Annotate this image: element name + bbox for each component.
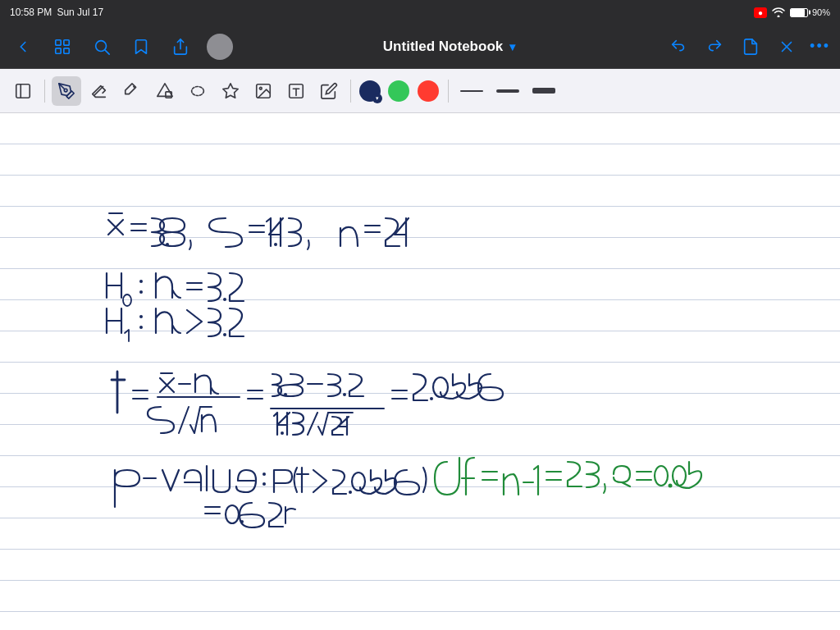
nav-bar: Untitled Notebook ▾ ••• (0, 25, 840, 69)
svg-rect-3 (64, 48, 69, 52)
svg-point-66 (226, 505, 239, 523)
notebook-area[interactable] (0, 113, 840, 630)
svg-point-37 (223, 333, 226, 336)
thick-stroke[interactable] (529, 80, 559, 102)
svg-rect-0 (56, 39, 61, 44)
svg-rect-2 (56, 48, 61, 52)
separator-2 (350, 80, 351, 103)
avatar[interactable] (207, 34, 233, 60)
status-bar: 10:58 PM Sun Jul 17 ● 90% (0, 0, 840, 25)
svg-line-5 (105, 50, 109, 54)
eraser-tool[interactable] (84, 76, 114, 106)
svg-line-43 (179, 407, 189, 433)
back-button[interactable] (10, 34, 36, 60)
red-color[interactable] (418, 80, 439, 102)
separator-3 (448, 80, 449, 103)
svg-point-56 (430, 397, 433, 400)
thin-stroke[interactable] (457, 80, 486, 102)
annotation-tool[interactable] (314, 76, 344, 106)
shapes-tool[interactable] (150, 76, 180, 106)
record-indicator: ● (754, 7, 767, 18)
svg-point-63 (352, 472, 365, 491)
text-tool[interactable] (281, 76, 311, 106)
svg-point-30 (139, 280, 143, 283)
notebook-title: Untitled Notebook (383, 39, 503, 55)
pen-tool[interactable] (52, 76, 81, 106)
svg-rect-1 (64, 39, 69, 44)
svg-point-60 (262, 472, 266, 476)
svg-point-34 (223, 298, 226, 301)
export-button[interactable] (737, 34, 764, 60)
lined-paper (0, 113, 840, 630)
undo-button[interactable] (665, 34, 692, 60)
highlighter-tool[interactable] (117, 76, 147, 106)
svg-point-62 (349, 491, 352, 494)
svg-line-52 (308, 413, 317, 435)
battery-percentage: 90% (812, 7, 830, 17)
date-display: Sun Jul 17 (57, 7, 103, 18)
toolbar: ▾ (0, 69, 840, 113)
status-left: 10:58 PM Sun Jul 17 (10, 7, 103, 18)
svg-point-16 (259, 87, 262, 89)
nav-center: Untitled Notebook ▾ (383, 39, 515, 55)
color-dropdown[interactable]: ▾ (359, 80, 381, 102)
svg-point-13 (192, 86, 204, 95)
svg-point-36 (139, 326, 143, 329)
svg-rect-9 (16, 84, 30, 98)
handwriting-canvas (0, 113, 840, 630)
nav-right: ••• (665, 34, 830, 60)
svg-point-35 (139, 315, 143, 318)
svg-point-61 (262, 482, 266, 486)
svg-point-77 (673, 466, 686, 486)
battery-indicator: 90% (790, 7, 830, 17)
more-options-button[interactable]: ••• (810, 38, 830, 55)
close-button[interactable] (774, 34, 800, 60)
share-button[interactable] (167, 34, 194, 60)
svg-point-51 (281, 431, 284, 435)
time-display: 10:58 PM (10, 7, 52, 18)
search-button[interactable] (89, 34, 115, 60)
green-color[interactable] (388, 80, 409, 102)
svg-marker-14 (223, 83, 238, 97)
grid-button[interactable] (49, 34, 75, 60)
separator-1 (44, 80, 45, 103)
svg-point-49 (343, 393, 346, 396)
svg-point-76 (669, 484, 673, 488)
dropdown-chevron[interactable]: ▾ (509, 40, 515, 53)
medium-stroke[interactable] (493, 80, 523, 102)
redo-button[interactable] (701, 34, 728, 60)
svg-point-11 (64, 89, 67, 92)
svg-point-75 (655, 466, 668, 486)
sidebar-tool[interactable] (8, 76, 38, 106)
lasso-tool[interactable] (183, 76, 212, 106)
image-tool[interactable] (249, 76, 278, 106)
svg-point-26 (274, 243, 277, 246)
bookmark-button[interactable] (128, 34, 154, 60)
status-right: ● 90% (754, 7, 830, 18)
favorites-tool[interactable] (216, 76, 245, 106)
svg-point-29 (123, 294, 131, 306)
wifi-icon (772, 7, 785, 17)
svg-point-31 (139, 290, 143, 294)
nav-left (10, 34, 233, 60)
